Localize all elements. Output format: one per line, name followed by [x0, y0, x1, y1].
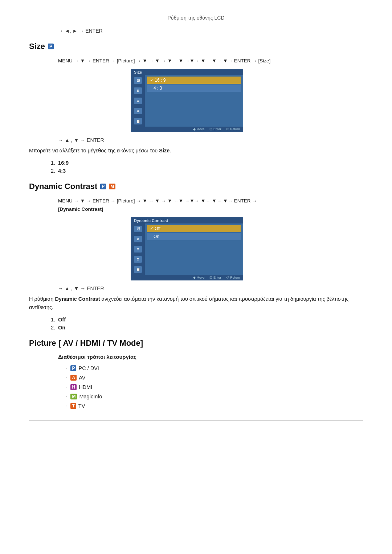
size-description: Μπορείτε να αλλάξετε το μέγεθος της εικό… [29, 147, 363, 155]
dc-sidebar-icon-4: ⚙ [134, 256, 142, 263]
size-badge-p: P [48, 44, 54, 49]
size-screenshot-container: Size 🖼 🖥 ⚙ ⚙ 📋 ✓ 16 : 9 4 : 3 ◆ Move ⊡ E… [131, 69, 363, 132]
size-section: Size P MENU → ▼ → ENTER → [Picture] → ▼ … [29, 42, 363, 174]
mode-badge-h: H [70, 384, 77, 390]
dc-option-on: On [147, 233, 241, 240]
dc-option-off: ✓ Off [147, 225, 241, 232]
sidebar-icon-1: 🖼 [134, 77, 142, 84]
mode-badge-a: A [70, 375, 77, 381]
dc-sidebar-icon-1: 🖼 [134, 226, 142, 232]
dynamic-contrast-footer: ◆ Move ⊡ Enter ↺ Return [131, 275, 243, 280]
mode-badge-p: P [70, 365, 76, 371]
mode-item-tv: · T TV [65, 403, 363, 409]
available-modes-title: Διαθέσιμοι τρόποι λειτουργίας [58, 354, 363, 360]
dc-list-item-1: 1.Off [51, 317, 363, 323]
page-title: Ρύθμιση της οθόνης LCD [167, 15, 224, 21]
mode-item-magicinfo: · M MagicInfo [65, 393, 363, 400]
size-screenshot: Size 🖼 🖥 ⚙ ⚙ 📋 ✓ 16 : 9 4 : 3 ◆ Move ⊡ E… [131, 69, 243, 132]
dynamic-contrast-content: ✓ Off On [145, 223, 243, 275]
picture-section: Picture [ AV / HDMI / TV Mode] Διαθέσιμο… [29, 338, 363, 409]
dc-sidebar-icon-5: 📋 [134, 266, 142, 273]
dynamic-contrast-badge-m: M [109, 184, 115, 189]
dynamic-contrast-menu-path: MENU → ▼ → ENTER → [Picture] → ▼ → ▼ → ▼… [58, 197, 363, 214]
dynamic-contrast-title: Dynamic Contrast P M [29, 182, 363, 191]
size-screenshot-body: 🖼 🖥 ⚙ ⚙ 📋 ✓ 16 : 9 4 : 3 [131, 75, 243, 127]
size-option-43: 4 : 3 [147, 85, 241, 92]
bottom-border [29, 420, 363, 420]
dynamic-contrast-enter-arrow: → ▲ , ▼ → ENTER [58, 286, 363, 291]
size-screenshot-sidebar: 🖼 🖥 ⚙ ⚙ 📋 [131, 75, 145, 127]
size-screenshot-content: ✓ 16 : 9 4 : 3 [145, 75, 243, 127]
dynamic-contrast-sidebar: 🖼 🖥 ⚙ ⚙ 📋 [131, 223, 145, 275]
dynamic-contrast-screenshot: Dynamic Contrast 🖼 🖥 ⚙ ⚙ 📋 ✓ Off On ◆ Mo… [131, 217, 243, 280]
mode-item-hdmi: · H HDMI [65, 384, 363, 390]
dynamic-contrast-badge-p: P [100, 184, 106, 189]
mode-label-magicinfo: MagicInfo [79, 394, 102, 399]
sidebar-icon-3: ⚙ [134, 98, 142, 104]
mode-badge-t: T [70, 403, 76, 409]
mode-label-pc: PC / DVI [78, 365, 99, 371]
dynamic-contrast-screenshot-container: Dynamic Contrast 🖼 🖥 ⚙ ⚙ 📋 ✓ Off On ◆ Mo… [131, 217, 363, 280]
dc-sidebar-icon-3: ⚙ [134, 246, 142, 253]
nav-arrow-top: → ◄, ► → ENTER [58, 28, 363, 34]
size-option-169: ✓ 16 : 9 [147, 77, 241, 84]
dc-list-item-2: 2.On [51, 325, 363, 331]
page-header: Ρύθμιση της οθόνης LCD [29, 11, 363, 21]
dc-sidebar-icon-2: 🖥 [134, 236, 142, 242]
size-list-item-1: 1.16:9 [51, 160, 363, 166]
picture-title: Picture [ AV / HDMI / TV Mode] [29, 338, 363, 348]
size-list-item-2: 2.4:3 [51, 168, 363, 174]
mode-label-av: AV [79, 375, 85, 381]
sidebar-icon-2: 🖥 [134, 87, 142, 94]
dynamic-contrast-section: Dynamic Contrast P M MENU → ▼ → ENTER → … [29, 182, 363, 331]
size-screenshot-footer: ◆ Move ⊡ Enter ↺ Return [131, 127, 243, 132]
dynamic-contrast-screenshot-body: 🖼 🖥 ⚙ ⚙ 📋 ✓ Off On [131, 223, 243, 275]
mode-item-pc: · P PC / DVI [65, 365, 363, 372]
size-screenshot-titlebar: Size [131, 69, 243, 75]
size-title: Size P [29, 42, 363, 51]
size-menu-path: MENU → ▼ → ENTER → [Picture] → ▼ → ▼ → ▼… [58, 57, 363, 65]
size-enter-arrow: → ▲ , ▼ → ENTER [58, 137, 363, 143]
sidebar-icon-4: ⚙ [134, 108, 142, 114]
mode-label-hdmi: HDMI [79, 384, 92, 390]
mode-label-tv: TV [78, 403, 85, 409]
sidebar-icon-5: 📋 [134, 118, 142, 124]
mode-item-av: · A AV [65, 374, 363, 381]
dynamic-contrast-screenshot-titlebar: Dynamic Contrast [131, 218, 243, 223]
mode-badge-magicinfo: M [70, 394, 77, 399]
dynamic-contrast-description: Η ρύθμιση Dynamic Contrast ανιχνεύει αυτ… [29, 295, 363, 312]
